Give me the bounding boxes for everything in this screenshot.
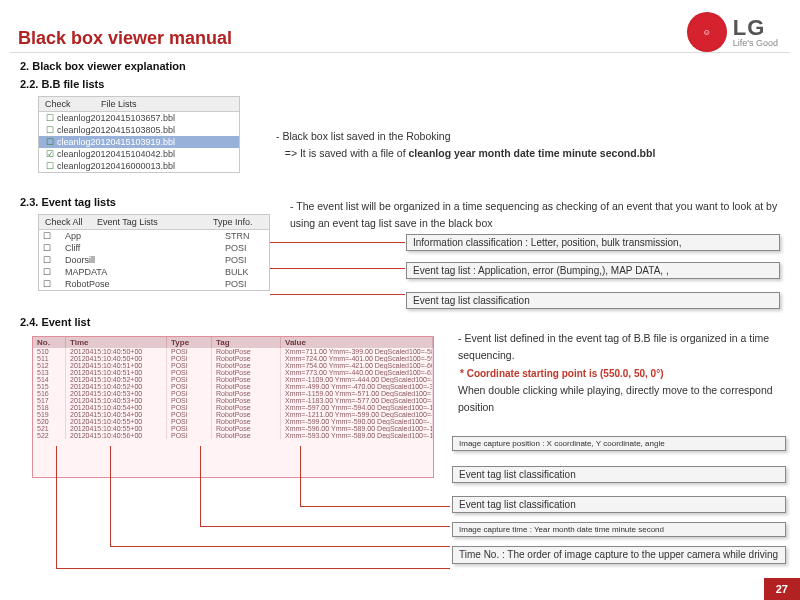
tag-name: Doorsill: [65, 255, 225, 265]
tag-type: POSI: [225, 255, 265, 265]
arrow-line: [110, 546, 450, 547]
file-name: cleanlog20120415103657.bbl: [57, 113, 175, 123]
checkbox[interactable]: ☐: [43, 255, 65, 265]
arrow-line: [200, 526, 450, 527]
checkbox[interactable]: ☐: [43, 161, 57, 171]
file-name: cleanlog20120415103805.bbl: [57, 125, 175, 135]
tag-row: ☐DoorsillPOSI: [39, 254, 269, 266]
file-name: cleanlog20120415103919.bbl: [57, 137, 175, 147]
file-name: cleanlog20120416000013.bbl: [57, 161, 175, 171]
coord-note: * Coordinate starting point is (550.0, 5…: [460, 368, 664, 379]
event-list-header: No. Time Type Tag Value: [33, 337, 433, 348]
tag-row: ☐MAPDATABULK: [39, 266, 269, 278]
section-2-heading: 2. Black box viewer explanation: [20, 60, 186, 72]
tag-name: MAPDATA: [65, 267, 225, 277]
arrow-line: [270, 242, 405, 243]
brand-logo: ☺ LG Life's Good: [687, 12, 778, 52]
tag-type: POSI: [225, 243, 265, 253]
callout-time-no: Time No. : The order of image capture to…: [452, 546, 786, 564]
file-list-panel: Check File Lists ☐cleanlog20120415103657…: [38, 96, 240, 173]
file-name: cleanlog20120415104042.bbl: [57, 149, 175, 159]
arrow-line: [56, 446, 57, 568]
tag-row: ☐CliffPOSI: [39, 242, 269, 254]
event-list-row[interactable]: 52120120415:10:40:55+00POSIRobotPoseXmm=…: [33, 425, 433, 432]
logo-tagline: Life's Good: [733, 39, 778, 48]
event-list-desc2: When double clicking while playing, dire…: [458, 382, 778, 416]
arrow-line: [270, 294, 405, 295]
file-row: ☐cleanlog20120415103805.bbl: [39, 124, 239, 136]
col-value: Value: [281, 337, 433, 348]
file-list-desc: - Black box list saved in the Roboking =…: [276, 128, 655, 162]
checkbox[interactable]: ☐: [43, 267, 65, 277]
desc-line: - Event list defined in the event tag of…: [458, 332, 769, 361]
event-list-desc: - Event list defined in the event tag of…: [458, 330, 778, 364]
event-list-row[interactable]: 52020120415:10:40:55+00POSIRobotPoseXmm=…: [33, 418, 433, 425]
desc-bold: cleanlog year month date time minute sec…: [409, 147, 656, 159]
section-2-4-heading: 2.4. Event list: [20, 316, 90, 328]
event-list-row[interactable]: 51820120415:10:40:54+00POSIRobotPoseXmm=…: [33, 404, 433, 411]
desc-line: It is saved with a file of: [300, 147, 409, 159]
file-row-selected: ☐cleanlog20120415103919.bbl: [39, 136, 239, 148]
col-type-info: Type Info.: [207, 215, 269, 229]
col-filelists: File Lists: [95, 97, 143, 111]
checkbox[interactable]: ☐: [43, 125, 57, 135]
event-list-row[interactable]: 51620120415:10:40:53+00POSIRobotPoseXmm=…: [33, 390, 433, 397]
event-tag-desc: - The event list will be organized in a …: [290, 198, 780, 232]
arrow-line: [300, 506, 450, 507]
event-list-row[interactable]: 51220120415:10:40:51+00POSIRobotPoseXmm=…: [33, 362, 433, 369]
tag-type: POSI: [225, 279, 265, 289]
desc-line: When double clicking while playing, dire…: [458, 384, 773, 413]
event-list-row[interactable]: 51020120415:10:40:50+00POSIRobotPoseXmm=…: [33, 348, 433, 355]
event-tag-header: Check All Event Tag Lists Type Info.: [39, 215, 269, 230]
col-check-all: Check All: [39, 215, 91, 229]
checkbox[interactable]: ☐: [43, 113, 57, 123]
callout-info-class: Information classification : Letter, pos…: [406, 234, 780, 251]
event-list-row[interactable]: 51520120415:10:40:52+00POSIRobotPoseXmm=…: [33, 383, 433, 390]
col-tag: Tag: [212, 337, 281, 348]
logo-text: LG: [733, 17, 778, 39]
event-list-row[interactable]: 51320120415:10:40:51+00POSIRobotPoseXmm=…: [33, 369, 433, 376]
callout-class1: Event tag list classification: [452, 466, 786, 483]
file-row: ☐cleanlog20120416000013.bbl: [39, 160, 239, 172]
col-no: No.: [33, 337, 66, 348]
desc-line: - Black box list saved in the Roboking: [276, 130, 451, 142]
tag-type: BULK: [225, 267, 265, 277]
checkbox[interactable]: ☐: [43, 231, 65, 241]
page-title: Black box viewer manual: [18, 28, 232, 49]
desc-line: - The event list will be organized in a …: [290, 200, 777, 229]
callout-class2: Event tag list classification: [452, 496, 786, 513]
event-list-row[interactable]: 51120120415:10:40:50+00POSIRobotPoseXmm=…: [33, 355, 433, 362]
col-event-tag: Event Tag Lists: [91, 215, 207, 229]
arrow-line: [56, 568, 450, 569]
arrow-line: [270, 268, 405, 269]
col-check: Check: [39, 97, 95, 111]
section-2-2-heading: 2.2. B.B file lists: [20, 78, 104, 90]
checkbox[interactable]: ☐: [43, 243, 65, 253]
file-row: ☐cleanlog20120415103657.bbl: [39, 112, 239, 124]
tag-row: ☐RobotPosePOSI: [39, 278, 269, 290]
event-list-row[interactable]: 51720120415:10:40:53+00POSIRobotPoseXmm=…: [33, 397, 433, 404]
checkbox[interactable]: ☐: [43, 279, 65, 289]
arrow-line: [300, 446, 301, 506]
tag-name: App: [65, 231, 225, 241]
arrow-line: [200, 446, 201, 526]
section-2-3-heading: 2.3. Event tag lists: [20, 196, 116, 208]
divider: [10, 52, 790, 53]
tag-type: STRN: [225, 231, 265, 241]
event-list-row[interactable]: 51920120415:10:40:54+00POSIRobotPoseXmm=…: [33, 411, 433, 418]
event-list-row[interactable]: 52220120415:10:40:56+00POSIRobotPoseXmm=…: [33, 432, 433, 439]
checkbox[interactable]: ☐: [43, 137, 57, 147]
tag-name: RobotPose: [65, 279, 225, 289]
event-list-row[interactable]: 51420120415:10:40:52+00POSIRobotPoseXmm=…: [33, 376, 433, 383]
callout-event-tag-list: Event tag list : Application, error (Bum…: [406, 262, 780, 279]
tag-row: ☐AppSTRN: [39, 230, 269, 242]
col-time: Time: [66, 337, 167, 348]
checkbox[interactable]: ☑: [43, 149, 57, 159]
event-list-panel: No. Time Type Tag Value 51020120415:10:4…: [32, 336, 434, 478]
tag-name: Cliff: [65, 243, 225, 253]
callout-event-tag-class: Event tag list classification: [406, 292, 780, 309]
file-list-header: Check File Lists: [39, 97, 239, 112]
slide: ☺ LG Life's Good Black box viewer manual…: [0, 0, 800, 600]
page-number: 27: [764, 578, 800, 600]
col-type: Type: [167, 337, 212, 348]
